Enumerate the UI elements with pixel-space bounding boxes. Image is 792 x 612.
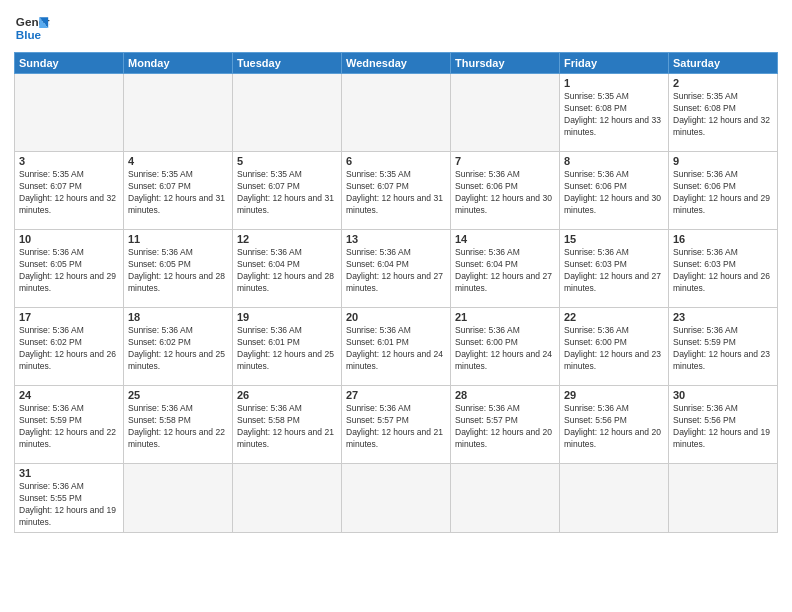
- day-info: Sunrise: 5:36 AM Sunset: 6:01 PM Dayligh…: [346, 325, 446, 373]
- calendar-table: Sunday Monday Tuesday Wednesday Thursday…: [14, 52, 778, 533]
- calendar-week-row: 31Sunrise: 5:36 AM Sunset: 5:55 PM Dayli…: [15, 464, 778, 533]
- calendar-cell: [451, 464, 560, 533]
- calendar-cell: 18Sunrise: 5:36 AM Sunset: 6:02 PM Dayli…: [124, 308, 233, 386]
- day-info: Sunrise: 5:36 AM Sunset: 6:06 PM Dayligh…: [564, 169, 664, 217]
- day-info: Sunrise: 5:35 AM Sunset: 6:08 PM Dayligh…: [564, 91, 664, 139]
- calendar-cell: 5Sunrise: 5:35 AM Sunset: 6:07 PM Daylig…: [233, 152, 342, 230]
- day-number: 8: [564, 155, 664, 167]
- day-info: Sunrise: 5:36 AM Sunset: 6:00 PM Dayligh…: [564, 325, 664, 373]
- calendar-cell: 7Sunrise: 5:36 AM Sunset: 6:06 PM Daylig…: [451, 152, 560, 230]
- generalblue-logo-icon: General Blue: [14, 10, 50, 46]
- day-number: 21: [455, 311, 555, 323]
- day-info: Sunrise: 5:35 AM Sunset: 6:07 PM Dayligh…: [128, 169, 228, 217]
- header-monday: Monday: [124, 53, 233, 74]
- calendar-week-row: 10Sunrise: 5:36 AM Sunset: 6:05 PM Dayli…: [15, 230, 778, 308]
- calendar-cell: [233, 74, 342, 152]
- day-number: 17: [19, 311, 119, 323]
- calendar-cell: 19Sunrise: 5:36 AM Sunset: 6:01 PM Dayli…: [233, 308, 342, 386]
- header-sunday: Sunday: [15, 53, 124, 74]
- calendar-cell: 1Sunrise: 5:35 AM Sunset: 6:08 PM Daylig…: [560, 74, 669, 152]
- day-info: Sunrise: 5:36 AM Sunset: 6:06 PM Dayligh…: [673, 169, 773, 217]
- calendar-cell: [15, 74, 124, 152]
- header-wednesday: Wednesday: [342, 53, 451, 74]
- calendar-cell: 2Sunrise: 5:35 AM Sunset: 6:08 PM Daylig…: [669, 74, 778, 152]
- header-saturday: Saturday: [669, 53, 778, 74]
- calendar-cell: 9Sunrise: 5:36 AM Sunset: 6:06 PM Daylig…: [669, 152, 778, 230]
- day-number: 1: [564, 77, 664, 89]
- calendar-cell: 14Sunrise: 5:36 AM Sunset: 6:04 PM Dayli…: [451, 230, 560, 308]
- day-number: 30: [673, 389, 773, 401]
- day-number: 28: [455, 389, 555, 401]
- day-info: Sunrise: 5:36 AM Sunset: 6:02 PM Dayligh…: [128, 325, 228, 373]
- calendar-cell: [342, 74, 451, 152]
- calendar-week-row: 3Sunrise: 5:35 AM Sunset: 6:07 PM Daylig…: [15, 152, 778, 230]
- day-info: Sunrise: 5:36 AM Sunset: 5:56 PM Dayligh…: [564, 403, 664, 451]
- day-info: Sunrise: 5:36 AM Sunset: 6:06 PM Dayligh…: [455, 169, 555, 217]
- day-info: Sunrise: 5:36 AM Sunset: 5:55 PM Dayligh…: [19, 481, 119, 529]
- day-number: 25: [128, 389, 228, 401]
- header: General Blue: [14, 10, 778, 46]
- day-info: Sunrise: 5:36 AM Sunset: 6:03 PM Dayligh…: [564, 247, 664, 295]
- calendar-cell: [342, 464, 451, 533]
- calendar-cell: 31Sunrise: 5:36 AM Sunset: 5:55 PM Dayli…: [15, 464, 124, 533]
- day-number: 16: [673, 233, 773, 245]
- calendar-cell: 20Sunrise: 5:36 AM Sunset: 6:01 PM Dayli…: [342, 308, 451, 386]
- calendar-cell: 25Sunrise: 5:36 AM Sunset: 5:58 PM Dayli…: [124, 386, 233, 464]
- calendar-cell: 26Sunrise: 5:36 AM Sunset: 5:58 PM Dayli…: [233, 386, 342, 464]
- day-number: 9: [673, 155, 773, 167]
- calendar-cell: 22Sunrise: 5:36 AM Sunset: 6:00 PM Dayli…: [560, 308, 669, 386]
- day-number: 15: [564, 233, 664, 245]
- day-number: 22: [564, 311, 664, 323]
- day-number: 12: [237, 233, 337, 245]
- weekday-header-row: Sunday Monday Tuesday Wednesday Thursday…: [15, 53, 778, 74]
- day-info: Sunrise: 5:36 AM Sunset: 5:57 PM Dayligh…: [455, 403, 555, 451]
- day-number: 19: [237, 311, 337, 323]
- day-number: 24: [19, 389, 119, 401]
- day-info: Sunrise: 5:36 AM Sunset: 6:01 PM Dayligh…: [237, 325, 337, 373]
- calendar-cell: 17Sunrise: 5:36 AM Sunset: 6:02 PM Dayli…: [15, 308, 124, 386]
- calendar-cell: [669, 464, 778, 533]
- day-info: Sunrise: 5:36 AM Sunset: 6:05 PM Dayligh…: [19, 247, 119, 295]
- calendar-cell: 11Sunrise: 5:36 AM Sunset: 6:05 PM Dayli…: [124, 230, 233, 308]
- calendar-cell: [233, 464, 342, 533]
- header-friday: Friday: [560, 53, 669, 74]
- calendar-cell: 10Sunrise: 5:36 AM Sunset: 6:05 PM Dayli…: [15, 230, 124, 308]
- calendar-cell: 12Sunrise: 5:36 AM Sunset: 6:04 PM Dayli…: [233, 230, 342, 308]
- day-number: 31: [19, 467, 119, 479]
- calendar-cell: 16Sunrise: 5:36 AM Sunset: 6:03 PM Dayli…: [669, 230, 778, 308]
- calendar-cell: 15Sunrise: 5:36 AM Sunset: 6:03 PM Dayli…: [560, 230, 669, 308]
- calendar-cell: 13Sunrise: 5:36 AM Sunset: 6:04 PM Dayli…: [342, 230, 451, 308]
- day-info: Sunrise: 5:36 AM Sunset: 5:59 PM Dayligh…: [19, 403, 119, 451]
- calendar-cell: 4Sunrise: 5:35 AM Sunset: 6:07 PM Daylig…: [124, 152, 233, 230]
- calendar-cell: 27Sunrise: 5:36 AM Sunset: 5:57 PM Dayli…: [342, 386, 451, 464]
- calendar-week-row: 24Sunrise: 5:36 AM Sunset: 5:59 PM Dayli…: [15, 386, 778, 464]
- day-info: Sunrise: 5:35 AM Sunset: 6:07 PM Dayligh…: [237, 169, 337, 217]
- day-info: Sunrise: 5:36 AM Sunset: 5:58 PM Dayligh…: [128, 403, 228, 451]
- header-tuesday: Tuesday: [233, 53, 342, 74]
- day-number: 7: [455, 155, 555, 167]
- day-number: 13: [346, 233, 446, 245]
- calendar-cell: 30Sunrise: 5:36 AM Sunset: 5:56 PM Dayli…: [669, 386, 778, 464]
- day-number: 2: [673, 77, 773, 89]
- calendar-cell: 28Sunrise: 5:36 AM Sunset: 5:57 PM Dayli…: [451, 386, 560, 464]
- day-number: 5: [237, 155, 337, 167]
- day-number: 20: [346, 311, 446, 323]
- day-number: 6: [346, 155, 446, 167]
- day-number: 14: [455, 233, 555, 245]
- day-info: Sunrise: 5:36 AM Sunset: 6:05 PM Dayligh…: [128, 247, 228, 295]
- day-info: Sunrise: 5:35 AM Sunset: 6:07 PM Dayligh…: [19, 169, 119, 217]
- day-info: Sunrise: 5:36 AM Sunset: 5:57 PM Dayligh…: [346, 403, 446, 451]
- calendar-cell: 8Sunrise: 5:36 AM Sunset: 6:06 PM Daylig…: [560, 152, 669, 230]
- day-number: 4: [128, 155, 228, 167]
- day-info: Sunrise: 5:35 AM Sunset: 6:07 PM Dayligh…: [346, 169, 446, 217]
- svg-text:Blue: Blue: [16, 28, 42, 41]
- day-info: Sunrise: 5:36 AM Sunset: 6:00 PM Dayligh…: [455, 325, 555, 373]
- calendar-cell: 29Sunrise: 5:36 AM Sunset: 5:56 PM Dayli…: [560, 386, 669, 464]
- day-number: 3: [19, 155, 119, 167]
- calendar-cell: [124, 74, 233, 152]
- day-info: Sunrise: 5:36 AM Sunset: 5:59 PM Dayligh…: [673, 325, 773, 373]
- calendar-cell: 21Sunrise: 5:36 AM Sunset: 6:00 PM Dayli…: [451, 308, 560, 386]
- day-info: Sunrise: 5:36 AM Sunset: 6:02 PM Dayligh…: [19, 325, 119, 373]
- day-info: Sunrise: 5:35 AM Sunset: 6:08 PM Dayligh…: [673, 91, 773, 139]
- calendar-week-row: 1Sunrise: 5:35 AM Sunset: 6:08 PM Daylig…: [15, 74, 778, 152]
